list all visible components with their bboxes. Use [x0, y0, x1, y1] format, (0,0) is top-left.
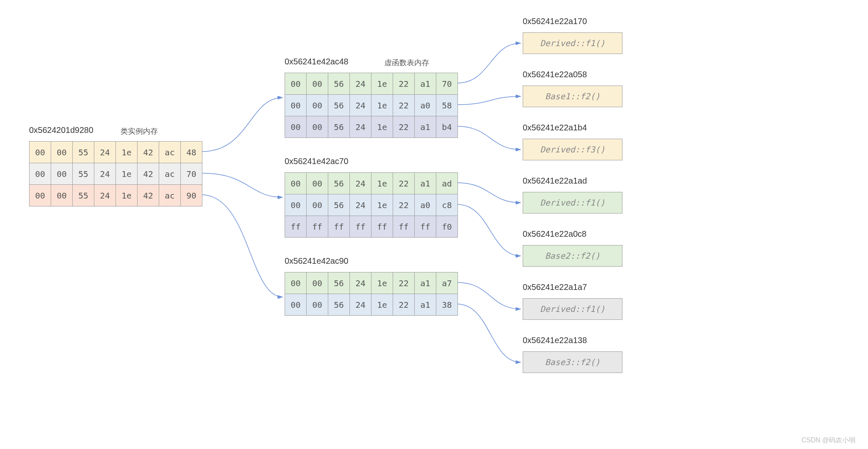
watermark: CSDN @码农小明: [802, 436, 856, 445]
byte-cell: 55: [73, 142, 94, 163]
instance-label: 类实例内存: [120, 126, 158, 136]
byte-cell: 00: [30, 185, 51, 206]
byte-cell: 00: [51, 185, 73, 206]
byte-cell: 22: [393, 272, 415, 294]
byte-cell: ff: [371, 216, 393, 238]
vtable-1-address: 0x56241e42ac70: [285, 157, 348, 166]
function-address: 0x56241e22a1b4: [523, 123, 587, 132]
vtable-2-table: 000056241e22a1a7000056241e22a138: [285, 272, 458, 316]
byte-cell: ff: [307, 216, 328, 238]
byte-cell: ff: [350, 216, 371, 238]
byte-cell: a1: [415, 272, 436, 294]
byte-cell: f0: [436, 216, 458, 238]
vtable-0-address: 0x56241e42ac48: [285, 57, 348, 66]
byte-cell: 1e: [116, 142, 138, 163]
byte-cell: 1e: [116, 163, 138, 185]
byte-cell: 70: [181, 163, 202, 185]
byte-cell: 1e: [116, 185, 138, 206]
byte-cell: 00: [307, 73, 328, 95]
byte-cell: 00: [285, 272, 307, 294]
byte-cell: a1: [415, 173, 436, 194]
byte-cell: 00: [285, 95, 307, 116]
byte-cell: 1e: [371, 73, 393, 95]
byte-cell: ff: [415, 216, 436, 238]
byte-cell: 56: [328, 73, 350, 95]
byte-cell: 42: [138, 163, 159, 185]
byte-row: 000056241e22a170: [285, 73, 458, 95]
byte-cell: 38: [436, 294, 458, 316]
function-box: Derived::f3(): [523, 139, 622, 160]
byte-cell: a0: [415, 194, 436, 216]
byte-cell: 56: [328, 95, 350, 116]
byte-cell: 1e: [371, 116, 393, 138]
byte-cell: 00: [307, 294, 328, 316]
byte-cell: 24: [350, 294, 371, 316]
byte-cell: 22: [393, 73, 415, 95]
function-box: Derived::f1(): [523, 298, 622, 320]
byte-cell: 24: [94, 185, 116, 206]
byte-cell: 24: [94, 163, 116, 185]
byte-row: 000056241e22a138: [285, 294, 458, 316]
byte-cell: 00: [285, 173, 307, 194]
byte-cell: 00: [285, 116, 307, 138]
byte-cell: 1e: [371, 272, 393, 294]
function-box: Derived::f1(): [523, 32, 622, 54]
byte-cell: 22: [393, 95, 415, 116]
byte-cell: 24: [350, 73, 371, 95]
byte-row: 000056241e22a1ad: [285, 173, 458, 194]
byte-cell: 22: [393, 294, 415, 316]
byte-cell: 48: [181, 142, 202, 163]
vtable-0-table: 000056241e22a170000056241e22a05800005624…: [285, 73, 458, 138]
byte-cell: a1: [415, 294, 436, 316]
byte-row: 000056241e22a0c8: [285, 194, 458, 216]
byte-row: 000055241e42ac70: [30, 163, 202, 185]
byte-cell: 22: [393, 116, 415, 138]
byte-cell: 00: [285, 194, 307, 216]
byte-cell: 00: [307, 194, 328, 216]
byte-cell: a1: [415, 73, 436, 95]
byte-row: 000056241e22a1b4: [285, 116, 458, 138]
byte-cell: 42: [138, 142, 159, 163]
byte-cell: ff: [393, 216, 415, 238]
function-box: Base2::f2(): [523, 245, 622, 267]
function-address: 0x56241e22a170: [523, 17, 587, 26]
byte-row: 000056241e22a058: [285, 95, 458, 116]
byte-cell: ac: [159, 142, 181, 163]
vtables-label: 虚函数表内存: [384, 58, 429, 68]
byte-cell: c8: [436, 194, 458, 216]
function-address: 0x56241e22a138: [523, 336, 587, 345]
byte-cell: 24: [350, 116, 371, 138]
byte-cell: a0: [415, 95, 436, 116]
byte-row: 000055241e42ac48: [30, 142, 202, 163]
function-box: Base3::f2(): [523, 351, 622, 373]
byte-cell: 24: [350, 173, 371, 194]
byte-cell: 1e: [371, 95, 393, 116]
byte-cell: 00: [307, 173, 328, 194]
byte-cell: 55: [73, 185, 94, 206]
byte-cell: 00: [307, 116, 328, 138]
byte-cell: 00: [285, 73, 307, 95]
byte-row: fffffffffffffff0: [285, 216, 458, 238]
byte-cell: 90: [181, 185, 202, 206]
byte-cell: 1e: [371, 173, 393, 194]
byte-cell: 24: [350, 95, 371, 116]
byte-cell: 00: [51, 142, 73, 163]
function-box: Derived::f1(): [523, 192, 622, 213]
byte-row: 000056241e22a1a7: [285, 272, 458, 294]
function-address: 0x56241e22a1ad: [523, 176, 587, 186]
byte-cell: ff: [328, 216, 350, 238]
byte-cell: 00: [307, 95, 328, 116]
byte-cell: 1e: [371, 294, 393, 316]
function-address: 0x56241e22a0c8: [523, 229, 586, 239]
byte-cell: 56: [328, 194, 350, 216]
vtable-1-table: 000056241e22a1ad000056241e22a0c8ffffffff…: [285, 172, 458, 238]
byte-cell: 00: [30, 142, 51, 163]
vtable-2-address: 0x56241e42ac90: [285, 256, 348, 266]
byte-cell: 55: [73, 163, 94, 185]
byte-cell: 00: [285, 294, 307, 316]
byte-cell: 22: [393, 173, 415, 194]
byte-cell: 56: [328, 294, 350, 316]
byte-cell: 24: [350, 194, 371, 216]
byte-cell: b4: [436, 116, 458, 138]
byte-cell: ff: [285, 216, 307, 238]
